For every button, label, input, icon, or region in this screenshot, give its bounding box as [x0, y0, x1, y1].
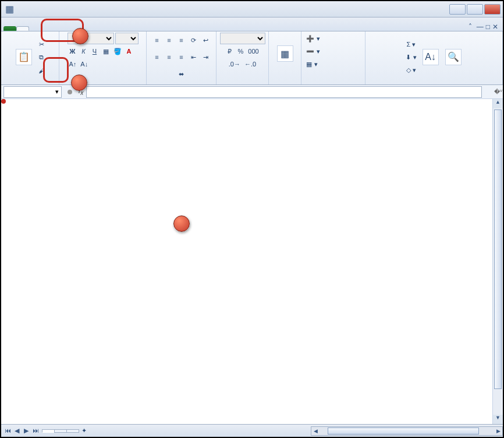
horizontal-scrollbar[interactable]: ◀ ▶ [311, 426, 503, 436]
paste-button[interactable]: 📋 [13, 48, 34, 68]
format-cells-button[interactable]: ▦ ▾ [304, 58, 363, 70]
wrap-text-button[interactable]: ↩ [201, 34, 211, 46]
tab-insert[interactable] [29, 26, 42, 31]
scroll-down-icon[interactable]: ▼ [493, 415, 503, 424]
currency-button[interactable]: ₽ [224, 45, 235, 57]
find-select-button[interactable]: 🔍 [443, 48, 464, 68]
doc-minimize-icon[interactable]: — [477, 23, 484, 31]
styles-icon: ▦ [277, 45, 293, 62]
increase-font-button[interactable]: A↑ [68, 58, 79, 70]
font-size-select[interactable] [115, 33, 139, 44]
namebox-resize-handle[interactable] [68, 90, 72, 94]
align-top-button[interactable]: ≡ [152, 34, 162, 46]
format-painter-button[interactable]: 🖌 [36, 65, 47, 76]
sheet-tab-3[interactable] [66, 429, 79, 433]
sheet-first-icon[interactable]: ⏮ [3, 427, 12, 435]
styles-button[interactable]: ▦ [275, 44, 296, 64]
minimize-button[interactable] [449, 4, 466, 15]
hscroll-thumb[interactable] [328, 428, 479, 435]
hscroll-right-icon[interactable]: ▶ [494, 428, 502, 434]
align-left-button[interactable]: ≡ [152, 51, 162, 63]
formula-input[interactable] [86, 86, 482, 98]
excel-icon: ▦ [5, 5, 14, 14]
tab-home[interactable] [16, 26, 29, 31]
doc-close-icon[interactable]: ✕ [492, 23, 498, 31]
undo-button[interactable] [29, 5, 40, 14]
tab-abbyy[interactable] [144, 26, 157, 31]
decrease-font-button[interactable]: A↓ [79, 58, 90, 70]
dec-decimal-button[interactable]: ←.0 [243, 58, 258, 70]
qat-more-button[interactable] [55, 5, 65, 14]
align-center-button[interactable]: ≡ [164, 51, 175, 63]
autosum-button[interactable]: Σ ▾ [404, 39, 418, 51]
scroll-up-icon[interactable]: ▲ [493, 99, 503, 108]
chevron-down-icon[interactable]: ▾ [55, 88, 59, 96]
tab-developer[interactable] [106, 26, 119, 31]
group-styles-label [284, 76, 286, 84]
ribbon-minimize-icon[interactable]: ˄ [468, 23, 472, 31]
delete-cells-button[interactable]: ➖ ▾ [304, 45, 363, 57]
orientation-button[interactable]: ⟳ [189, 34, 199, 46]
maximize-button[interactable] [467, 4, 483, 15]
sheet-prev-icon[interactable]: ◀ [13, 427, 21, 435]
sort-filter-button[interactable]: A↓ [420, 48, 441, 68]
hscroll-left-icon[interactable]: ◀ [311, 428, 320, 434]
callout-badge-3 [71, 75, 87, 91]
callout-badge-1 [173, 216, 190, 232]
merge-button[interactable]: ⬌ [176, 69, 187, 80]
vertical-scrollbar[interactable]: ▲ ▼ [492, 99, 503, 424]
number-format-select[interactable] [220, 33, 265, 44]
insert-cells-button[interactable]: ➕ ▾ [304, 33, 363, 44]
underline-button[interactable]: Ч [90, 45, 100, 57]
quick-access-toolbar: ▦ [1, 5, 69, 14]
italic-button[interactable]: К [79, 45, 89, 57]
name-box[interactable]: ▾ [3, 86, 62, 98]
scroll-thumb[interactable] [494, 110, 502, 389]
align-bottom-button[interactable]: ≡ [176, 34, 187, 46]
selection-highlight [1, 99, 6, 104]
sheet-tab-1[interactable] [42, 429, 55, 433]
tab-file[interactable] [3, 26, 16, 31]
fill-color-button[interactable]: 🪣 [112, 45, 123, 57]
cut-button[interactable]: ✂ [36, 39, 47, 51]
tab-foxit[interactable] [132, 26, 144, 31]
doc-restore-icon[interactable]: □ [486, 23, 490, 31]
align-mid-button[interactable]: ≡ [164, 34, 175, 46]
tab-formulas[interactable] [55, 26, 68, 31]
align-right-button[interactable]: ≡ [176, 51, 187, 63]
copy-button[interactable]: ⧉ [36, 52, 47, 63]
sheet-next-icon[interactable]: ▶ [22, 427, 30, 435]
worksheet-grid[interactable]: ▲ ▼ [1, 99, 503, 424]
close-button[interactable] [484, 4, 501, 15]
save-button[interactable] [16, 5, 27, 14]
formula-expand-icon[interactable]: �ⱽ [494, 89, 503, 95]
clear-button[interactable]: ◇ ▾ [404, 65, 418, 76]
tab-addins[interactable] [119, 26, 132, 31]
comma-button[interactable]: 000 [246, 45, 260, 57]
clipboard-icon: 📋 [16, 49, 32, 65]
callout-badge-2 [72, 28, 88, 44]
titlebar: ▦ [1, 1, 503, 17]
bold-button[interactable]: Ж [68, 45, 78, 57]
sheet-tab-bar: ⏮ ◀ ▶ ⏭ ✦ ◀ ▶ [1, 424, 503, 437]
fill-button[interactable]: ⬇ ▾ [404, 52, 418, 63]
new-sheet-button[interactable]: ✦ [79, 425, 89, 437]
sheet-tab-2[interactable] [54, 429, 67, 433]
tab-view[interactable] [93, 26, 106, 31]
find-icon: 🔍 [445, 49, 462, 65]
indent-inc-button[interactable]: ⇥ [201, 51, 211, 63]
border-button[interactable]: ▦ [101, 45, 111, 57]
font-color-button[interactable]: A [124, 45, 134, 57]
redo-button[interactable] [42, 5, 52, 14]
percent-button[interactable]: % [235, 45, 246, 57]
indent-dec-button[interactable]: ⇤ [189, 51, 199, 63]
sort-icon: A↓ [423, 49, 439, 65]
inc-decimal-button[interactable]: .0→ [227, 58, 242, 70]
tab-layout[interactable] [42, 26, 55, 31]
sheet-last-icon[interactable]: ⏭ [31, 427, 40, 435]
